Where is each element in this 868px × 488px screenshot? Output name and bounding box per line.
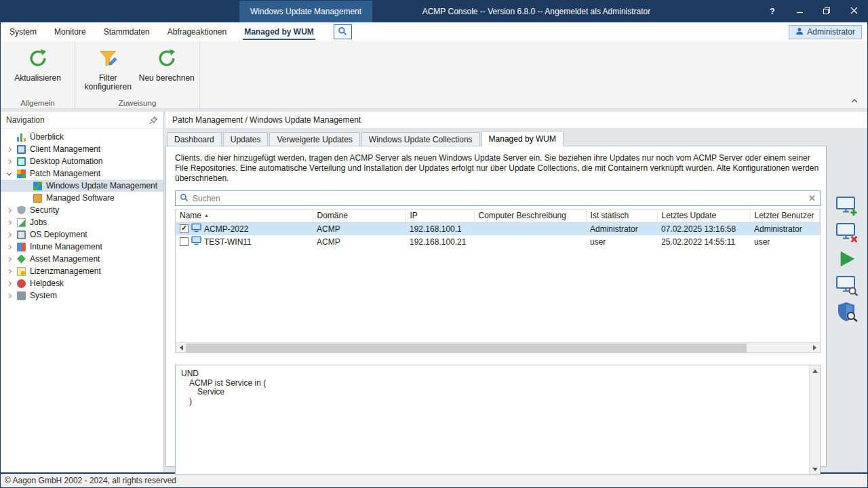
security-icon xyxy=(17,206,26,215)
nav-item-patch-management[interactable]: Patch Management xyxy=(1,167,163,180)
tab-windows-update-collections[interactable]: Windows Update Collections xyxy=(361,132,480,146)
computer-icon xyxy=(191,236,201,247)
user-badge[interactable]: Administrator xyxy=(789,25,862,39)
tab-managed-by-wum[interactable]: Managed by WUM xyxy=(481,131,564,146)
table-row-test-win11[interactable]: TEST-WIN11 ACMP 192.168.100.21 user 25.0… xyxy=(176,235,820,248)
scroll-left-arrow-icon[interactable] xyxy=(176,343,186,353)
copyright-text: © Aagon GmbH 2002 - 2024, all rights res… xyxy=(5,476,176,485)
column-header-domaene[interactable]: Domäne xyxy=(313,209,406,222)
search-input[interactable] xyxy=(193,194,804,203)
chevron-right-icon xyxy=(7,159,12,163)
tab-updates[interactable]: Updates xyxy=(223,132,269,146)
chevron-right-icon xyxy=(7,207,12,212)
column-header-ist-statisch[interactable]: Ist statisch xyxy=(586,209,657,222)
lizenzmanagement-icon xyxy=(17,267,26,276)
nav-item-security[interactable]: Security xyxy=(1,204,163,216)
desktop-automation-icon xyxy=(17,157,26,166)
run-button[interactable] xyxy=(835,249,859,270)
ribbon-group-allgemein-label: Allgemein xyxy=(1,99,75,107)
menu-managed-by-wum[interactable]: Managed by WUM xyxy=(235,22,323,41)
tab-verweigerte-updates[interactable]: Verweigerte Updates xyxy=(269,132,359,146)
refresh-button-label: Aktualisieren xyxy=(14,74,61,83)
scrollbar-thumb[interactable] xyxy=(186,344,747,352)
chevron-down-icon xyxy=(7,170,12,175)
play-icon xyxy=(837,249,857,271)
nav-item-intune-management[interactable]: Intune Management xyxy=(1,241,163,253)
help-button[interactable]: ? xyxy=(759,1,786,22)
recalculate-button[interactable]: Neu berechnen xyxy=(138,45,196,96)
refresh-button[interactable]: Aktualisieren xyxy=(9,45,67,96)
remove-client-button[interactable] xyxy=(835,222,859,244)
nav-item-desktop-automation[interactable]: Desktop Automation xyxy=(1,155,163,167)
restore-button[interactable] xyxy=(813,1,840,22)
chevron-right-icon xyxy=(7,256,12,261)
body: Navigation Überblick Client Management D… xyxy=(1,109,867,472)
add-client-button[interactable] xyxy=(835,196,859,218)
client-domain: ACMP xyxy=(313,222,406,235)
search-icon xyxy=(338,26,347,38)
window-controls: ? xyxy=(759,1,867,22)
search-icon xyxy=(180,193,189,204)
column-header-letztes-update[interactable]: Letztes Update xyxy=(657,209,750,222)
nav-item-ueberblick[interactable]: Überblick xyxy=(1,131,163,143)
security-scan-button[interactable] xyxy=(835,302,859,323)
nav-item-os-deployment[interactable]: OS Deployment xyxy=(1,228,163,241)
table-row-acmp-2022[interactable]: ACMP-2022 ACMP 192.168.100.1 Administrat… xyxy=(176,222,820,235)
acmp-console-window: Windows Update Management ACMP Console -… xyxy=(0,0,868,488)
main-area: Patch Management / Windows Update Manage… xyxy=(165,112,867,472)
overview-icon xyxy=(17,133,26,142)
helpdesk-icon xyxy=(17,279,26,288)
column-header-letzter-benutzer[interactable]: Letzter Benutzer xyxy=(750,209,820,222)
tab-bar: Dashboard Updates Verweigerte Updates Wi… xyxy=(165,129,867,146)
nav-item-lizenzmanagement[interactable]: Lizenzmanagement xyxy=(1,265,163,277)
client-description xyxy=(474,222,586,235)
menu-stammdaten[interactable]: Stammdaten xyxy=(95,22,159,41)
menu-search-button[interactable] xyxy=(334,24,352,39)
chevron-up-icon xyxy=(850,96,859,106)
column-header-beschreibung[interactable]: Computer Beschreibung xyxy=(474,209,586,222)
tab-dashboard[interactable]: Dashboard xyxy=(167,132,222,146)
patch-management-icon xyxy=(17,169,26,178)
row-checkbox[interactable] xyxy=(180,237,189,246)
scroll-down-arrow-icon[interactable] xyxy=(810,464,820,474)
filter-line: ACMP ist Service in ( xyxy=(181,379,804,388)
client-domain: ACMP xyxy=(313,235,406,248)
nav-item-helpdesk[interactable]: Helpdesk xyxy=(1,277,163,289)
nav-item-jobs[interactable]: Jobs xyxy=(1,216,163,228)
filter-configure-button[interactable]: Filter konfigurieren xyxy=(79,45,137,96)
scroll-up-arrow-icon[interactable] xyxy=(810,365,820,375)
nav-item-asset-management[interactable]: Asset Management xyxy=(1,253,163,265)
chevron-right-icon xyxy=(7,220,12,224)
filter-expression-panel[interactable]: UND ACMP ist Service in ( Service ) xyxy=(175,365,821,475)
filter-line: UND xyxy=(181,369,804,379)
menu-system[interactable]: System xyxy=(1,22,45,41)
nav-item-system[interactable]: System xyxy=(1,289,163,302)
nav-item-windows-update-management[interactable]: Windows Update Management xyxy=(1,180,163,192)
refresh-icon xyxy=(28,48,48,70)
column-header-ip[interactable]: IP xyxy=(406,209,474,222)
row-checkbox[interactable] xyxy=(180,224,189,233)
pin-icon[interactable] xyxy=(149,116,158,125)
nav-item-managed-software[interactable]: Managed Software xyxy=(1,192,163,204)
managed-by-wum-panel: Clients, die hier hinzugefügt werden, tr… xyxy=(165,146,827,467)
clear-search-icon[interactable]: ✕ xyxy=(808,193,816,203)
close-button[interactable] xyxy=(840,1,867,22)
vertical-scrollbar[interactable] xyxy=(809,365,820,474)
ribbon-group-allgemein: Aktualisieren Allgemein xyxy=(1,41,75,108)
ribbon-collapse-button[interactable] xyxy=(848,96,861,106)
menu-abfrageaktionen[interactable]: Abfrageaktionen xyxy=(159,22,235,41)
table-header-row: Name▲ Domäne IP Computer Beschreibung Is… xyxy=(176,209,820,222)
menu-monitore[interactable]: Monitore xyxy=(45,22,95,41)
os-deployment-icon xyxy=(17,230,26,239)
navigation-sidebar: Navigation Überblick Client Management D… xyxy=(1,112,164,472)
window-title: ACMP Console -- Version 6.8.0 -- Angemel… xyxy=(340,7,733,16)
chevron-right-icon xyxy=(7,293,12,298)
client-name: ACMP-2022 xyxy=(204,224,248,234)
minimize-button[interactable] xyxy=(786,1,813,22)
horizontal-scrollbar[interactable] xyxy=(176,342,820,352)
column-header-name[interactable]: Name▲ xyxy=(176,209,313,222)
scroll-right-arrow-icon[interactable] xyxy=(810,343,820,353)
client-search-button[interactable] xyxy=(835,275,859,297)
chevron-right-icon xyxy=(7,281,12,285)
nav-item-client-management[interactable]: Client Management xyxy=(1,143,163,155)
